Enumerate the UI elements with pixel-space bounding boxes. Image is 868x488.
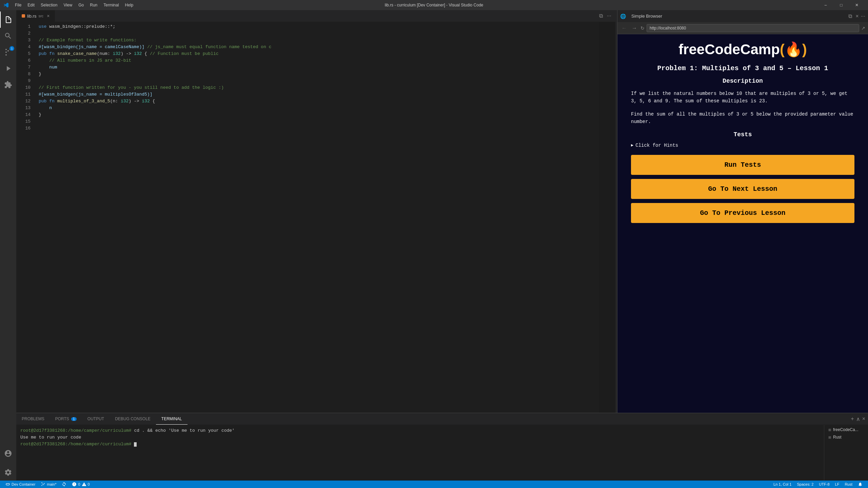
status-spaces[interactable]: Spaces: 2 [794,482,816,486]
fcc-page: freeCodeCamp(🔥) Problem 1: Multiples of … [617,34,868,413]
status-encoding[interactable]: UTF-8 [816,482,832,486]
menu-edit[interactable]: Edit [25,2,37,8]
warnings-count: 0 [88,482,90,486]
browser-globe-icon: 🌐 [620,14,626,19]
code-line-12: pub fn multiples_of_3_and_5(n: i32) -> i… [39,98,599,105]
split-editor-btn[interactable]: ⧉ [598,12,604,20]
terminal-tab-list: ⊞ freeCodeCa... ⊞ Rust [824,425,868,481]
fcc-hints-toggle[interactable]: ▶ Click for Hints [631,143,854,148]
panel-tab-ports[interactable]: PORTS 1 [50,413,82,425]
line-num-8: 8 [16,71,31,78]
hints-label: Click for Hints [635,143,678,148]
panel-actions: + ∧ × [848,413,868,425]
minimize-button[interactable]: – [818,0,833,10]
next-lesson-button[interactable]: Go To Next Lesson [631,179,854,199]
status-notifications[interactable] [855,482,865,487]
activity-settings[interactable] [0,464,16,481]
status-ln-col[interactable]: Ln 1, Col 1 [771,482,794,486]
code-line-3: // Example format to write functions: [39,37,599,44]
browser-more-btn[interactable]: ··· [861,13,865,19]
panel-close-btn[interactable]: × [862,416,865,422]
panel-tab-terminal[interactable]: TERMINAL [156,413,188,425]
panel-add-btn[interactable]: + [851,416,854,422]
browser-content[interactable]: freeCodeCamp(🔥) Problem 1: Multiples of … [617,34,868,413]
window-title: lib.rs - curriculum [Dev Container] - Vi… [385,3,484,7]
panel-ports-label: PORTS [55,416,69,421]
status-dev-container[interactable]: Dev Container [3,481,38,488]
account-icon [4,449,12,458]
lib-rs-tab[interactable]: lib.rs src × [16,10,55,22]
panel-problems-label: PROBLEMS [22,416,44,421]
menu-go[interactable]: Go [76,2,86,8]
activity-account[interactable] [0,445,16,462]
terminal-line-1: root@2d17f3381268:/home/camper/curriculu… [20,428,820,434]
browser-url-input[interactable] [647,24,859,32]
branch-icon [41,482,45,487]
status-right: Ln 1, Col 1 Spaces: 2 UTF-8 LF Rust [771,482,865,487]
terminal-tab-rust-label: Rust [833,435,842,440]
terminal-tab-fcc-icon: ⊞ [828,428,831,432]
terminal-prompt-3: root@2d17f3381268:/home/camper/curriculu… [20,442,132,447]
menu-terminal[interactable]: Terminal [101,2,121,8]
line-num-4: 4 [16,44,31,50]
activity-search[interactable] [0,28,16,44]
language-label: Rust [845,482,852,486]
panel-max-btn[interactable]: ∧ [856,416,860,422]
line-num-15: 15 [16,118,31,125]
tab-src-label: src [38,14,43,18]
browser-open-external-btn[interactable]: ↗ [861,25,865,31]
main-layout: 1 lib.rs src × [0,10,868,481]
panel-tabs: PROBLEMS PORTS 1 OUTPUT DEBUG CONSOLE TE… [16,413,868,425]
fcc-problem-title: Problem 1: Multiples of 3 and 5 – Lesson… [631,64,854,72]
simple-browser: 🌐 Simple Browser ⧉ × ··· ← → ↻ ↗ [617,10,868,413]
files-icon [4,16,13,24]
status-sync[interactable] [59,481,69,488]
menu-file[interactable]: File [12,2,24,8]
panel-tab-output[interactable]: OUTPUT [82,413,110,425]
activity-run[interactable] [0,60,16,77]
menu-run[interactable]: Run [87,2,100,8]
more-actions-btn[interactable]: ··· [606,12,613,20]
status-bar: Dev Container main* 0 0 Ln 1, Col 1 Spac… [0,481,868,488]
browser-back-btn[interactable]: ← [620,24,628,32]
line-num-14: 14 [16,111,31,118]
terminal-line-2: Use me to run your code [20,434,820,441]
ln-col-label: Ln 1, Col 1 [773,482,791,486]
browser-split-btn[interactable]: ⧉ [848,13,852,19]
activity-extensions[interactable] [0,77,16,93]
fcc-description-p2: Find the sum of all the multiples of 3 o… [631,110,854,126]
activity-source-control[interactable]: 1 [0,44,16,60]
panel-content-wrapper: root@2d17f3381268:/home/camper/curriculu… [16,425,868,481]
status-errors[interactable]: 0 0 [69,481,92,488]
menu-selection[interactable]: Selection [38,2,60,8]
ports-badge: 1 [71,417,77,421]
status-eol[interactable]: LF [832,482,842,486]
maximize-button[interactable]: □ [833,0,849,10]
line-num-1: 1 [16,23,31,30]
terminal-tab-fcc[interactable]: ⊞ freeCodeCa... [826,426,867,433]
status-language[interactable]: Rust [842,482,855,486]
terminal-tab-rust[interactable]: ⊞ Rust [826,434,867,441]
browser-tab-label[interactable]: Simple Browser [629,12,665,20]
tab-close-btn[interactable]: × [47,13,50,19]
code-content[interactable]: use wasm_bindgen::prelude::*; // Example… [33,22,599,413]
prev-lesson-button[interactable]: Go To Previous Lesson [631,203,854,223]
browser-refresh-btn[interactable]: ↻ [640,25,645,31]
source-control-badge: 1 [9,46,14,51]
activity-explorer[interactable] [0,12,16,28]
terminal-tab-fcc-label: freeCodeCa... [833,427,859,432]
menu-help[interactable]: Help [122,2,136,8]
close-button[interactable]: ✕ [849,0,865,10]
editors-row: lib.rs src × ⧉ ··· 1 2 3 4 5 [16,10,868,413]
code-line-6: // All numbers in JS are 32-bit [39,57,599,64]
status-branch[interactable]: main* [38,481,59,488]
browser-forward-btn[interactable]: → [630,24,638,32]
panel-tab-problems[interactable]: PROBLEMS [16,413,50,425]
line-num-7: 7 [16,64,31,71]
terminal-content[interactable]: root@2d17f3381268:/home/camper/curriculu… [16,425,824,481]
browser-close-btn[interactable]: × [855,13,859,19]
panel-tab-debug[interactable]: DEBUG CONSOLE [110,413,156,425]
run-tests-button[interactable]: Run Tests [631,155,854,175]
menu-view[interactable]: View [61,2,75,8]
code-line-16 [39,125,599,132]
